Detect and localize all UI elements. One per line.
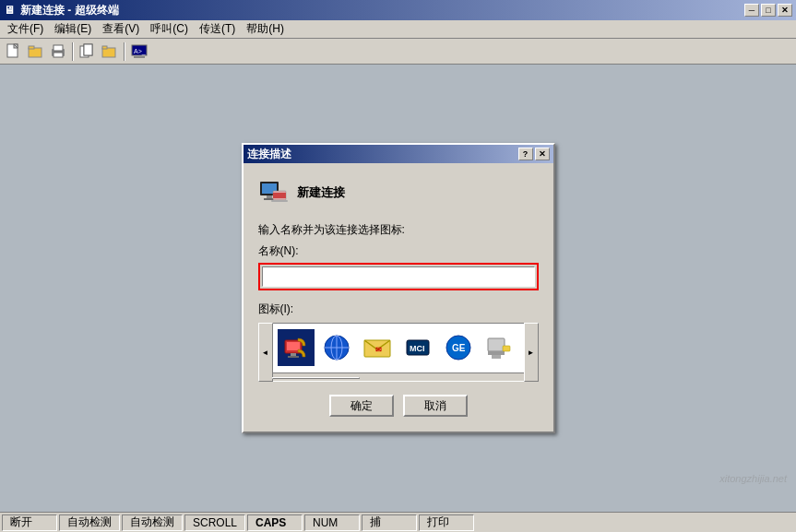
cancel-button[interactable]: 取消 <box>403 395 468 417</box>
status-capture: 捕 <box>362 514 417 531</box>
status-auto2: 自动检测 <box>122 514 183 531</box>
dialog-overlay: 连接描述 ? ✕ <box>0 65 796 512</box>
open-btn[interactable] <box>26 41 46 62</box>
menu-transfer[interactable]: 传送(T) <box>194 19 241 39</box>
dialog-title-bar: 连接描述 ? ✕ <box>244 145 553 163</box>
svg-rect-25 <box>288 356 299 358</box>
main-area: 连接描述 ? ✕ <box>0 65 796 512</box>
folder-btn[interactable] <box>100 41 120 62</box>
menu-view[interactable]: 查看(V) <box>97 19 145 39</box>
icon-list: ◄ <box>258 323 539 372</box>
window-title: 新建连接 - 超级终端 <box>20 3 119 18</box>
icon-item-1[interactable] <box>318 329 355 366</box>
icon-scroll-right[interactable]: ► <box>524 323 539 372</box>
maximize-button[interactable]: □ <box>761 4 776 17</box>
toolbar-sep-1 <box>72 42 74 61</box>
ok-button[interactable]: 确定 <box>329 395 394 417</box>
svg-rect-37 <box>488 351 505 355</box>
name-input-wrap <box>258 263 539 290</box>
print-btn[interactable] <box>48 41 68 62</box>
toolbar: A>_ <box>0 39 796 65</box>
new-btn[interactable] <box>4 41 24 62</box>
menu-bar: 文件(F) 编辑(E) 查看(V) 呼叫(C) 传送(T) 帮助(H) <box>0 20 796 39</box>
close-button[interactable]: ✕ <box>778 4 792 17</box>
menu-call[interactable]: 呼叫(C) <box>145 19 194 39</box>
svg-text:✉: ✉ <box>375 346 382 354</box>
connection-icon <box>258 178 288 207</box>
icon-item-0[interactable] <box>278 329 315 366</box>
status-bar: 断开 自动检测 自动检测 SCROLL CAPS NUM 捕 打印 <box>0 512 796 532</box>
menu-edit[interactable]: 编辑(E) <box>49 19 97 39</box>
icon-item-4[interactable]: GE <box>440 329 477 366</box>
svg-rect-5 <box>53 45 63 51</box>
toolbar-sep-2 <box>124 42 125 61</box>
svg-rect-20 <box>273 193 286 198</box>
svg-text:GE: GE <box>452 343 466 353</box>
title-bar-icon: 🖥 <box>4 4 15 17</box>
dialog-header: 新建连接 <box>258 178 539 207</box>
svg-rect-3 <box>29 46 34 49</box>
svg-rect-36 <box>488 338 505 351</box>
svg-rect-24 <box>291 353 296 356</box>
dialog-body: 新建连接 输入名称并为该连接选择图标: 名称(N): 图标(I): ◄ <box>244 163 553 432</box>
svg-rect-23 <box>287 342 300 350</box>
scrollbar-thumb[interactable] <box>272 377 361 379</box>
svg-text:A>_: A>_ <box>134 48 146 55</box>
menu-file[interactable]: 文件(F) <box>2 19 49 39</box>
icon-label: 图标(I): <box>258 301 539 317</box>
icon-item-5[interactable] <box>481 329 517 366</box>
svg-rect-6 <box>53 53 63 57</box>
svg-rect-13 <box>134 56 145 58</box>
status-caps: CAPS <box>247 514 303 531</box>
icon-scroll-left[interactable]: ◄ <box>258 323 273 372</box>
name-input[interactable] <box>262 266 535 287</box>
minimize-button[interactable]: ─ <box>744 4 759 17</box>
title-bar-text: 🖥 新建连接 - 超级终端 <box>4 3 119 18</box>
title-bar-buttons: ─ □ ✕ <box>744 4 792 17</box>
dialog-description: 输入名称并为该连接选择图标: <box>258 222 539 238</box>
status-num: NUM <box>304 514 360 531</box>
dialog-title-text: 连接描述 <box>247 147 291 162</box>
svg-rect-9 <box>84 44 92 55</box>
icon-item-3[interactable]: MCI <box>399 329 436 366</box>
dialog-header-title: 新建连接 <box>297 184 345 201</box>
icon-scrollbar: ◄ ► <box>258 372 539 382</box>
svg-rect-39 <box>503 346 510 351</box>
menu-help[interactable]: 帮助(H) <box>241 19 290 39</box>
dialog-help-button[interactable]: ? <box>518 148 533 160</box>
svg-text:MCI: MCI <box>410 344 425 353</box>
icon-item-2[interactable]: ✉ <box>359 329 396 366</box>
svg-rect-17 <box>267 195 272 198</box>
dialog-title-buttons: ? ✕ <box>518 148 550 160</box>
icon-list-container: ◄ <box>258 323 539 382</box>
copy-paste-btn[interactable] <box>77 41 98 62</box>
svg-rect-21 <box>271 200 288 202</box>
title-bar: 🖥 新建连接 - 超级终端 ─ □ ✕ <box>0 0 796 20</box>
status-print: 打印 <box>419 514 474 531</box>
name-label: 名称(N): <box>258 243 539 259</box>
svg-rect-11 <box>102 46 107 49</box>
status-auto1: 自动检测 <box>59 514 120 531</box>
status-scroll: SCROLL <box>184 514 245 531</box>
terminal-btn[interactable]: A>_ <box>129 41 149 62</box>
connection-dialog: 连接描述 ? ✕ <box>242 143 555 433</box>
dialog-buttons: 确定 取消 <box>258 395 539 417</box>
watermark: xitongzhijia.net <box>719 473 787 484</box>
dialog-close-button[interactable]: ✕ <box>535 148 550 160</box>
status-disconnect: 断开 <box>2 514 57 531</box>
svg-rect-38 <box>492 355 501 359</box>
